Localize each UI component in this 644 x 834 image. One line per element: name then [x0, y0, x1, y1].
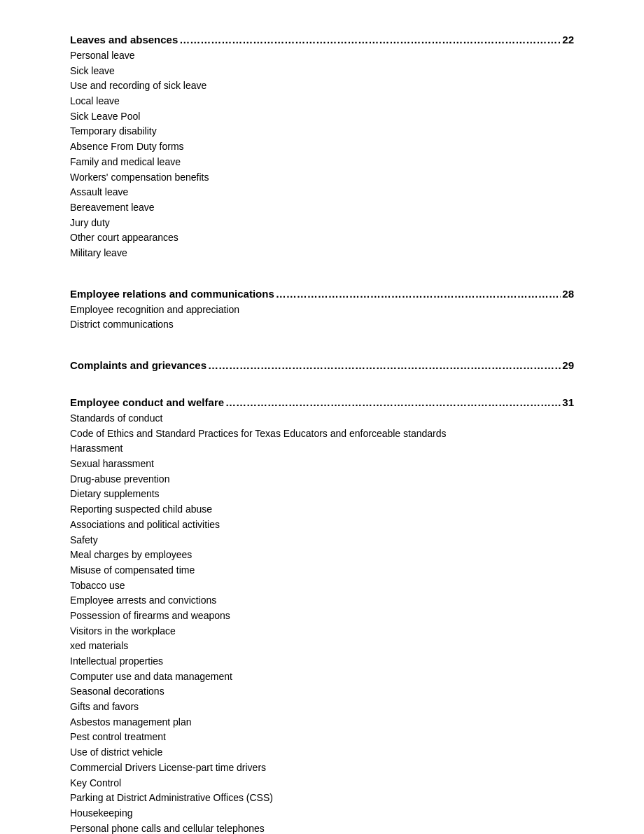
- list-item: Dietary supplements: [70, 487, 574, 502]
- list-item: Employee recognition and appreciation: [70, 303, 574, 318]
- section-header-employee-conduct: Employee conduct and welfare…………………………………: [70, 396, 574, 408]
- list-item: Assault leave: [70, 185, 574, 200]
- list-item: Safety: [70, 533, 574, 548]
- list-item: Local leave: [70, 94, 574, 109]
- section-items-employee-conduct: Standards of conductCode of Ethics and S…: [70, 411, 574, 834]
- list-item: Bereavement leave: [70, 200, 574, 216]
- section-spacer: [70, 374, 574, 384]
- section-page-number: 22: [562, 34, 574, 46]
- list-item: Absence From Duty forms: [70, 139, 574, 155]
- section-header-complaints-grievances: Complaints and grievances…………………………………………: [70, 359, 574, 371]
- list-item: Drug-abuse prevention: [70, 472, 574, 487]
- list-item: Reporting suspected child abuse: [70, 502, 574, 517]
- list-item: Commercial Drivers License-part time dri…: [70, 760, 574, 776]
- list-item: Employee arrests and convictions: [70, 593, 574, 609]
- section-dots: ……………………………………………………………………………………………………………: [208, 359, 561, 371]
- section-title: Employee relations and communications: [70, 288, 274, 300]
- section-page-number: 29: [562, 359, 574, 371]
- section-dots: ……………………………………………………………………………………………………………: [179, 34, 561, 46]
- list-item: District communications: [70, 317, 574, 333]
- section-header-leaves-absences: Leaves and absences…………………………………………………………: [70, 34, 574, 46]
- list-item: Use and recording of sick leave: [70, 78, 574, 94]
- list-item: Tobacco use: [70, 578, 574, 594]
- list-item: Gifts and favors: [70, 700, 574, 715]
- list-item: Personal phone calls and cellular teleph…: [70, 821, 574, 834]
- section-page-number: 31: [562, 396, 574, 408]
- list-item: Associations and political activities: [70, 517, 574, 533]
- section-header-employee-relations: Employee relations and communications…………: [70, 288, 574, 300]
- list-item: Computer use and data management: [70, 669, 574, 685]
- section-spacer: [70, 337, 574, 347]
- list-item: Use of district vehicle: [70, 745, 574, 760]
- list-item: Housekeeping: [70, 806, 574, 821]
- section-title: Complaints and grievances: [70, 359, 206, 371]
- list-item: Harassment: [70, 441, 574, 457]
- list-item: Standards of conduct: [70, 411, 574, 426]
- list-item: Visitors in the workplace: [70, 624, 574, 639]
- list-item: Sick Leave Pool: [70, 109, 574, 125]
- list-item: Parking at District Administrative Offic…: [70, 791, 574, 806]
- list-item: Family and medical leave: [70, 155, 574, 170]
- section-dots: …………………………………………………………………………………………………: [276, 288, 561, 300]
- list-item: Other court appearances: [70, 230, 574, 246]
- section-title: Leaves and absences: [70, 34, 178, 46]
- list-item: Meal charges by employees: [70, 548, 574, 563]
- list-item: Possession of firearms and weapons: [70, 609, 574, 624]
- section-items-employee-relations: Employee recognition and appreciationDis…: [70, 303, 574, 333]
- list-item: Misuse of compensated time: [70, 563, 574, 578]
- list-item: Workers' compensation benefits: [70, 170, 574, 186]
- list-item: Sexual harassment: [70, 457, 574, 472]
- list-item: Jury duty: [70, 216, 574, 231]
- section-dots: ……………………………………………………………………………………………………………: [225, 396, 561, 408]
- section-page-number: 28: [562, 288, 574, 300]
- section-title: Employee conduct and welfare: [70, 396, 224, 408]
- list-item: Key Control: [70, 776, 574, 791]
- toc-container: Leaves and absences…………………………………………………………: [70, 34, 574, 834]
- section-items-leaves-absences: Personal leaveSick leaveUse and recordin…: [70, 48, 574, 261]
- section-spacer: [70, 265, 574, 275]
- list-item: Intellectual properties: [70, 654, 574, 669]
- list-item: Seasonal decorations: [70, 684, 574, 700]
- list-item: Temporary disability: [70, 124, 574, 139]
- list-item: xed materials: [70, 639, 574, 654]
- list-item: Military leave: [70, 246, 574, 261]
- list-item: Asbestos management plan: [70, 715, 574, 730]
- list-item: Code of Ethics and Standard Practices fo…: [70, 426, 574, 442]
- list-item: Sick leave: [70, 64, 574, 79]
- list-item: Personal leave: [70, 48, 574, 64]
- list-item: Pest control treatment: [70, 730, 574, 745]
